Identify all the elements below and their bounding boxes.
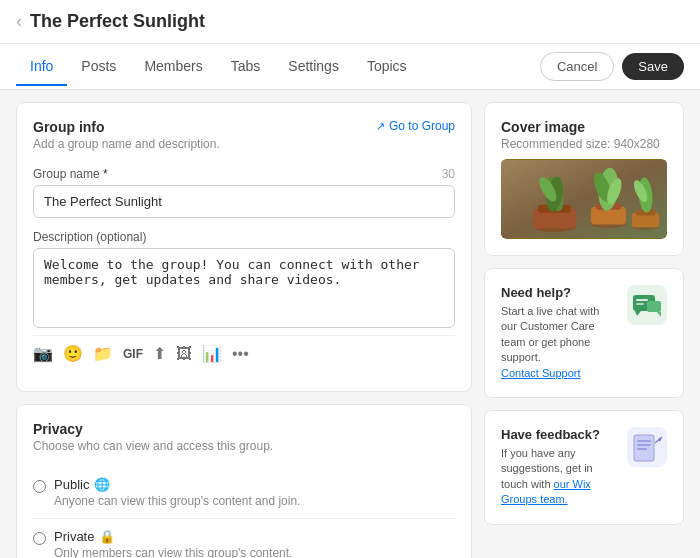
privacy-title: Privacy [33,421,455,437]
tab-tabs[interactable]: Tabs [217,48,275,86]
folder-icon[interactable]: 📁 [93,344,113,363]
help-desc: Start a live chat with our Customer Care… [501,304,617,381]
tab-settings[interactable]: Settings [274,48,353,86]
header: ‹ The Perfect Sunlight [0,0,700,44]
cover-image-preview[interactable] [501,159,667,239]
feedback-desc: If you have any suggestions, get in touc… [501,446,617,508]
page-title: The Perfect Sunlight [30,11,205,32]
help-card: Need help? Start a live chat with our Cu… [484,268,684,398]
go-to-group-link[interactable]: ↗ Go to Group [376,119,455,133]
feedback-icon [627,427,667,467]
feedback-icon-box [627,427,667,467]
nav-tabs: Info Posts Members Tabs Settings Topics [16,48,540,85]
tab-info[interactable]: Info [16,48,67,86]
privacy-private-radio[interactable] [33,532,46,545]
feedback-title: Have feedback? [501,427,617,442]
chat-icon [627,285,667,325]
cover-image-svg [501,159,667,239]
svg-rect-24 [636,299,648,301]
upload-icon[interactable]: ⬆ [153,344,166,363]
privacy-public-radio[interactable] [33,480,46,493]
more-icon[interactable]: ••• [232,345,249,363]
cancel-button[interactable]: Cancel [540,52,614,81]
feedback-text: Have feedback? If you have any suggestio… [501,427,617,508]
gif-icon[interactable]: GIF [123,347,143,361]
photo-icon[interactable]: 📷 [33,344,53,363]
public-icon: 🌐 [94,477,110,492]
save-button[interactable]: Save [622,53,684,80]
lock-icon: 🔒 [99,529,115,544]
content: Group info Add a group name and descript… [0,90,700,558]
group-info-subtitle: Add a group name and description. [33,137,220,151]
tab-posts[interactable]: Posts [67,48,130,86]
privacy-public: Public 🌐 Anyone can view this group's co… [33,467,455,519]
nav-bar: Info Posts Members Tabs Settings Topics … [0,44,700,90]
privacy-card: Privacy Choose who can view and access t… [16,404,472,558]
svg-rect-22 [647,301,661,312]
right-panel: Cover image Recommended size: 940x280 [484,102,684,551]
help-text: Need help? Start a live chat with our Cu… [501,285,617,381]
privacy-private-desc: Only members can view this group's conte… [54,546,292,558]
tab-topics[interactable]: Topics [353,48,421,86]
back-button[interactable]: ‹ [16,11,22,32]
go-to-group-label: Go to Group [389,119,455,133]
emoji-icon[interactable]: 🙂 [63,344,83,363]
chat-icon-box [627,285,667,325]
privacy-subtitle: Choose who can view and access this grou… [33,439,455,453]
help-title: Need help? [501,285,617,300]
cover-image-card: Cover image Recommended size: 940x280 [484,102,684,256]
nav-actions: Cancel Save [540,44,684,89]
privacy-private: Private 🔒 Only members can view this gro… [33,519,455,558]
svg-rect-29 [637,440,651,442]
description-field: Description (optional) Welcome to the gr… [33,230,455,363]
group-name-count: 30 [442,167,455,181]
description-toolbar: 📷 🙂 📁 GIF ⬆ 🖼 📊 ••• [33,335,455,363]
privacy-public-label: Public 🌐 [54,477,300,492]
description-label: Description (optional) [33,230,146,244]
cover-image-title: Cover image [501,119,667,135]
svg-rect-31 [637,448,647,450]
left-panel: Group info Add a group name and descript… [16,102,472,551]
image-icon[interactable]: 🖼 [176,345,192,363]
group-name-input[interactable] [33,185,455,218]
group-name-label: Group name * [33,167,108,181]
svg-rect-30 [637,444,651,446]
svg-rect-25 [636,303,644,305]
tab-members[interactable]: Members [130,48,216,86]
group-name-field: Group name * 30 [33,167,455,218]
contact-support-link[interactable]: Contact Support [501,367,581,379]
description-textarea[interactable]: Welcome to the group! You can connect wi… [33,248,455,328]
external-link-icon: ↗ [376,120,385,133]
group-info-card: Group info Add a group name and descript… [16,102,472,392]
feedback-card: Have feedback? If you have any suggestio… [484,410,684,525]
privacy-public-desc: Anyone can view this group's content and… [54,494,300,508]
group-info-title: Group info [33,119,220,135]
chart-icon[interactable]: 📊 [202,344,222,363]
privacy-private-label: Private 🔒 [54,529,292,544]
cover-image-subtitle: Recommended size: 940x280 [501,137,667,151]
